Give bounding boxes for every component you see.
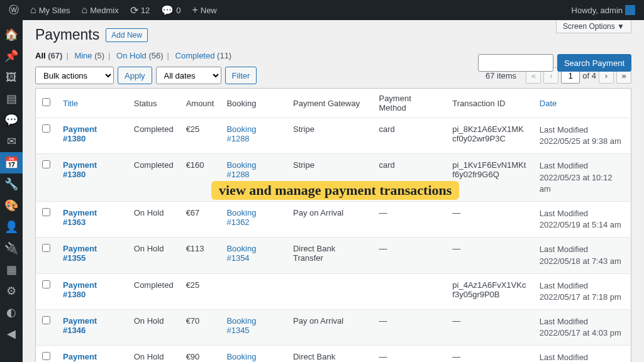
row-checkbox[interactable] [42,280,50,288]
booking-link[interactable]: Booking #1345 [226,316,256,335]
view-mine[interactable]: Mine (5) [74,51,104,60]
menu-pages[interactable]: ▤ [0,88,23,109]
txn-cell: — [446,201,533,237]
menu-media[interactable]: 🖼 [0,67,23,88]
amount-cell: €113 [180,238,221,273]
status-cell: Completed [128,154,180,202]
menu-plugin-2[interactable]: ▦ [0,259,23,280]
menu-tools[interactable]: 🔧 [0,173,23,195]
table-row: Payment #1363On Hold€67Booking #1362Pay … [36,201,631,237]
add-new-button[interactable]: Add New [106,28,148,42]
txn-cell: pi_4Az1A6FvX1VKcf3y05gr9P0B [446,273,533,309]
search-button[interactable]: Search Payment [557,54,631,72]
menu-appearance[interactable]: 🎨 [0,195,23,216]
method-cell: — [372,238,446,273]
method-cell [372,273,446,309]
col-method: Payment Method [372,89,446,118]
menu-plugin-3[interactable]: ◐ [0,302,23,323]
date-cell: Last Modified2022/05/17 at 4:03 pm [533,310,631,346]
menu-users[interactable]: 👤 [0,216,23,238]
booking-link[interactable]: Booking #1288 [226,124,256,143]
filter-button[interactable]: Filter [225,67,257,84]
view-all[interactable]: All (67) [35,51,62,60]
date-filter-select[interactable]: All dates [156,67,221,84]
amount-cell: €67 [180,201,221,237]
date-cell: Last Modified2022/05/17 at 7:18 pm [533,273,631,309]
apply-button[interactable]: Apply [118,67,152,84]
view-onhold[interactable]: On Hold (56) [116,51,163,60]
menu-payments[interactable]: 📅 [0,152,23,173]
comments-link[interactable]: 💬0 [157,4,184,16]
row-checkbox[interactable] [42,160,50,168]
search-input[interactable] [478,54,553,72]
howdy-link[interactable]: Howdy, admin [568,5,639,15]
menu-dashboard[interactable]: 🏠 [0,24,23,45]
method-cell: — [372,201,446,237]
row-checkbox[interactable] [42,244,50,252]
payment-link[interactable]: Payment #1380 [63,280,97,299]
row-checkbox[interactable] [42,208,50,216]
booking-link[interactable]: Booking #1342 [226,352,256,362]
admin-sidebar: 🏠 📌 🖼 ▤ 💬 ✉ 📅 🔧 🎨 👤 🔌 ▦ ⚙ ◐ ◀ [0,20,23,362]
menu-settings[interactable]: ⚙ [0,280,23,302]
payments-table: Title Status Amount Booking Payment Gate… [35,88,631,362]
payment-link[interactable]: Payment #1346 [63,316,97,335]
amount-cell: €25 [180,118,221,154]
status-cell: Completed [128,118,180,154]
method-cell: card [372,118,446,154]
payment-link[interactable]: Payment #1380 [63,160,97,179]
date-cell: Last Modified2022/05/16 at 7:06 am [533,346,631,362]
txn-cell: pi_8Kz1A6EvX1MKcf0y02wr9P3C [446,118,533,154]
bulk-actions-select[interactable]: Bulk actions [35,67,114,84]
status-cell: On Hold [128,310,180,346]
table-row: Payment #1346On Hold€70Booking #1345Pay … [36,310,631,346]
date-cell: Last Modified2022/05/18 at 7:43 am [533,238,631,273]
payment-link[interactable]: Payment #1343 [63,352,97,362]
row-checkbox[interactable] [42,124,50,133]
gateway-cell: Direct Bank Transfer [287,346,372,362]
my-sites-link[interactable]: ⌂My Sites [26,4,74,16]
wp-logo[interactable]: ⓦ [5,4,23,17]
screen-options-toggle[interactable]: Screen Options ▼ [556,20,631,33]
admin-toolbar: ⓦ ⌂My Sites ⌂Medmix ⟳12 💬0 +New Howdy, a… [0,0,644,20]
amount-cell: €25 [180,273,221,309]
txn-cell: — [446,310,533,346]
status-cell: Completed [128,273,180,309]
payment-link[interactable]: Payment #1363 [63,208,97,227]
col-title[interactable]: Title [63,99,78,108]
payment-link[interactable]: Payment #1380 [63,124,97,143]
menu-collapse[interactable]: ◀ [0,323,23,344]
date-cell: Last Modified2022/05/19 at 5:14 am [533,201,631,237]
gateway-cell: Pay on Arrival [287,201,372,237]
new-content-link[interactable]: +New [188,4,220,16]
method-cell: card [372,154,446,202]
txn-cell: pi_1Kv1F6EvN1MKtf6y02fr9G6Q [446,154,533,202]
menu-plugin-1[interactable]: ✉ [0,131,23,152]
payment-link[interactable]: Payment #1355 [63,244,97,263]
txn-cell: — [446,346,533,362]
page-title: Payments [35,26,99,43]
site-name-link[interactable]: ⌂Medmix [78,4,123,16]
row-checkbox[interactable] [42,316,50,324]
row-checkbox[interactable] [42,352,50,360]
menu-plugins[interactable]: 🔌 [0,238,23,259]
gateway-cell: Stripe [287,154,372,202]
search-box: Search Payment [478,54,631,72]
method-cell: — [372,310,446,346]
booking-link[interactable]: Booking #1288 [226,160,256,179]
txn-cell: — [446,238,533,273]
col-date[interactable]: Date [540,99,557,108]
table-row: Payment #1380Completed€25pi_4Az1A6FvX1VK… [36,273,631,309]
updates-link[interactable]: ⟳12 [126,4,153,16]
menu-posts[interactable]: 📌 [0,45,23,67]
date-cell: Last Modified2022/05/25 at 9:38 am [533,118,631,154]
gateway-cell: Direct Bank Transfer [287,238,372,273]
menu-comments[interactable]: 💬 [0,109,23,131]
col-amount: Amount [180,89,221,118]
select-all-checkbox[interactable] [42,98,50,106]
status-cell: On Hold [128,346,180,362]
view-completed[interactable]: Completed (11) [175,51,232,60]
booking-link[interactable]: Booking #1354 [226,244,256,263]
table-row: Payment #1355On Hold€113Booking #1354Dir… [36,238,631,273]
booking-link[interactable]: Booking #1362 [226,208,256,227]
